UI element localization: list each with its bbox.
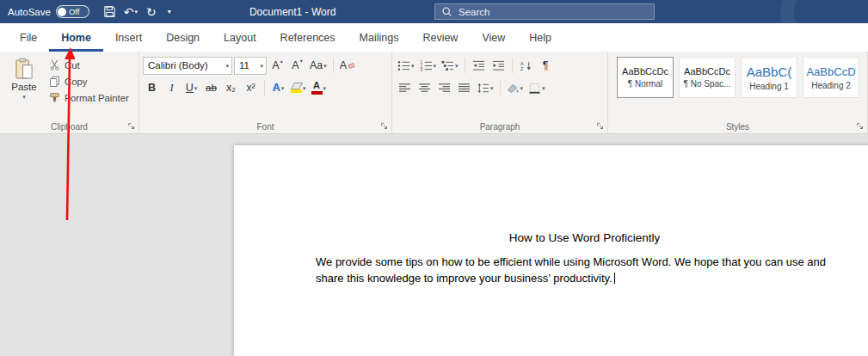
show-hide-formatting-button[interactable]: ¶ [537,56,555,75]
cut-label: Cut [65,60,80,71]
font-color-icon: A [311,81,323,95]
align-center-icon [418,83,431,94]
underline-button[interactable]: U ▾ [182,78,200,97]
search-input[interactable] [459,7,648,17]
align-center-button[interactable] [416,78,434,97]
justify-icon [458,83,471,94]
tab-view[interactable]: View [470,23,517,52]
style-heading-2[interactable]: AaBbCcD Heading 2 [803,57,859,98]
subscript-button[interactable]: x₂ [222,78,240,97]
paragraph-group-label: Paragraph [392,122,607,132]
clipboard-group-label: Clipboard [0,122,139,132]
style-normal[interactable]: AaBbCcDc ¶ Normal [617,57,674,98]
italic-button[interactable]: I [163,78,181,97]
style-preview: AaBbCcDc [684,66,730,77]
style-name: ¶ Normal [628,79,662,89]
font-dialog-launcher[interactable] [379,120,390,132]
change-case-button[interactable]: Aa ▾ [308,56,329,75]
style-preview: AaBbCcD [806,65,855,78]
document-body-text[interactable]: We provide some tips on how to be effici… [316,255,826,285]
undo-button[interactable]: ↶ ▾ [120,1,141,23]
font-name-combobox[interactable]: Calibri (Body) ▾ [143,57,232,75]
paste-clipboard-icon [15,58,34,80]
copy-button[interactable]: Copy [47,75,131,88]
redo-icon: ↻ [146,5,157,19]
tab-references[interactable]: References [268,23,348,52]
document-title: Document1 - Word [249,6,336,18]
justify-button[interactable] [455,78,473,97]
chevron-down-icon: ▾ [542,85,545,91]
autosave-toggle[interactable]: Off [56,5,89,18]
chevron-down-icon: ▾ [225,63,229,69]
clipboard-dialog-launcher[interactable] [126,120,137,132]
font-group-label: Font [139,122,391,132]
format-painter-label: Format Painter [65,93,129,103]
chevron-down-icon: ▾ [22,94,26,100]
document-page[interactable]: How to Use Word Proficiently We provide … [234,145,868,356]
style-no-spacing[interactable]: AaBbCcDc ¶ No Spac... [679,57,736,98]
sort-button[interactable]: AZ [517,56,535,75]
autosave-control: AutoSave Off [8,5,89,18]
shading-button[interactable]: ▾ [505,78,526,97]
grow-font-glyph: A [272,59,279,71]
font-size-combobox[interactable]: 11 ▾ [234,57,267,75]
tab-review[interactable]: Review [410,23,470,52]
tab-help[interactable]: Help [517,23,563,52]
styles-dialog-launcher[interactable] [854,120,865,132]
styles-gallery: AaBbCcDc ¶ Normal AaBbCcDc ¶ No Spac... … [612,54,864,98]
chevron-down-icon: ▾ [281,85,285,91]
tab-home[interactable]: Home [49,23,103,52]
styles-group: AaBbCcDc ¶ Normal AaBbCcDc ¶ No Spac... … [608,52,868,133]
paste-label: Paste [11,82,36,92]
shrink-font-button[interactable]: A ▾ [288,56,306,75]
style-heading-1[interactable]: AaBbC( Heading 1 [741,57,797,98]
borders-button[interactable]: ▾ [526,78,547,97]
strikethrough-button[interactable]: ab [202,78,220,97]
text-highlight-color-button[interactable]: ▾ [289,78,308,97]
tab-layout[interactable]: Layout [212,23,268,52]
numbering-button[interactable]: 123 ▾ [418,56,439,75]
grow-font-button[interactable]: A ▴ [268,56,286,75]
divider [465,58,465,73]
paste-button[interactable]: Paste ▾ [3,54,45,119]
decrease-indent-icon [472,60,485,71]
chevron-down-icon: ▾ [455,63,459,69]
search-box[interactable] [434,3,655,20]
numbering-icon: 123 [420,60,433,71]
font-color-bar [311,91,323,95]
align-left-icon [398,83,411,94]
font-color-button[interactable]: A ▾ [310,78,329,97]
bullets-button[interactable]: ▾ [396,56,416,75]
redo-button[interactable]: ↻ [141,1,162,23]
tab-mailings[interactable]: Mailings [348,23,411,52]
chevron-down-icon: ▾ [168,8,171,15]
align-right-button[interactable] [435,78,453,97]
paragraph-dialog-launcher[interactable] [594,120,606,132]
copy-label: Copy [65,77,87,87]
format-painter-button[interactable]: Format Painter [47,91,131,104]
tab-design[interactable]: Design [154,23,212,52]
document-heading[interactable]: How to Use Word Proficiently [316,231,853,244]
clear-formatting-glyph: A [340,59,347,71]
multilevel-list-button[interactable]: ▾ [440,56,460,75]
align-left-button[interactable] [396,78,414,97]
tab-file[interactable]: File [8,23,49,52]
clear-formatting-button[interactable]: A [338,56,356,75]
bold-button[interactable]: B [143,78,161,97]
document-paragraph[interactable]: We provide some tips on how to be effici… [316,254,853,286]
customize-qat-button[interactable]: ▾ [162,1,177,23]
word-window: AutoSave Off ↶ ▾ ↻ ▾ Document1 - Word [0,0,868,356]
line-spacing-button[interactable]: ▾ [475,78,496,97]
dialog-launcher-icon [127,122,136,131]
superscript-button[interactable]: x² [242,78,260,97]
titlebar: AutoSave Off ↶ ▾ ↻ ▾ Document1 - Word [0,0,868,23]
save-button[interactable] [100,1,120,23]
font-name-value: Calibri (Body) [148,60,208,71]
decrease-indent-button[interactable] [470,56,488,75]
increase-indent-button[interactable] [489,56,508,75]
page-content: How to Use Word Proficiently We provide … [234,145,868,286]
cut-button[interactable]: Cut [47,58,131,71]
autosave-state: Off [69,8,80,16]
text-effects-button[interactable]: A ▾ [269,78,287,97]
tab-insert[interactable]: Insert [103,23,154,52]
